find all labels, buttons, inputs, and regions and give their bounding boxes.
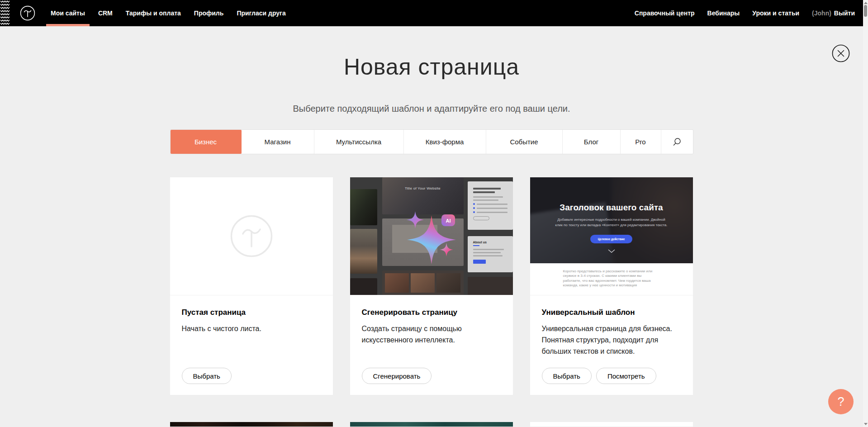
nav-item-pricing[interactable]: Тарифы и оплата bbox=[126, 0, 181, 26]
ai-badge-label: AI bbox=[446, 218, 451, 223]
tilda-logo-icon[interactable] bbox=[20, 5, 35, 21]
card-title: Сгенерировать страницу bbox=[362, 308, 501, 317]
help-question-icon: ? bbox=[837, 395, 844, 409]
tab-store[interactable]: Магазин bbox=[242, 130, 314, 154]
template-cta-button: Целевое действие bbox=[590, 235, 633, 243]
tab-pro[interactable]: Pro bbox=[621, 130, 661, 154]
nav-item-my-sites[interactable]: Мои сайты bbox=[51, 0, 85, 26]
card-info: Универсальный шаблон Универсальная стран… bbox=[530, 295, 693, 395]
new-page-dialog: Новая страница Выберите подходящий шабло… bbox=[0, 26, 863, 427]
nav-item-profile[interactable]: Профиль bbox=[194, 0, 224, 26]
template-hero-subtitle: Добавьте интересные подробности о вашей … bbox=[554, 217, 669, 228]
card-description: Создать страницу с помощью искусственног… bbox=[362, 323, 501, 346]
tilda-watermark-icon bbox=[230, 215, 273, 257]
card-description: Начать с чистого листа. bbox=[182, 323, 321, 335]
tab-search[interactable] bbox=[661, 130, 693, 154]
close-icon[interactable] bbox=[832, 44, 850, 62]
user-name-label: (John) bbox=[812, 9, 831, 17]
tab-business[interactable]: Бизнес bbox=[171, 130, 242, 154]
template-preview-partial bbox=[350, 422, 513, 427]
template-card-ai-generate: Title of Your Website bbox=[350, 177, 513, 395]
template-preview-partial bbox=[530, 422, 693, 427]
template-body-text: Коротко представьтесь и расскажите о ком… bbox=[563, 269, 660, 288]
scrollbar-up-arrow-icon[interactable] bbox=[864, 2, 868, 4]
card-info: Сгенерировать страницу Создать страницу … bbox=[350, 295, 513, 395]
choose-universal-button[interactable]: Выбрать bbox=[542, 368, 592, 384]
template-cards-grid: Пустая страница Начать с чистого листа. … bbox=[170, 177, 693, 427]
template-card-partial[interactable] bbox=[530, 422, 693, 427]
template-card-blank: Пустая страница Начать с чистого листа. … bbox=[170, 177, 333, 395]
card-description: Универсальная страница для бизнеса. Поня… bbox=[542, 323, 681, 357]
card-title: Универсальный шаблон bbox=[542, 308, 681, 317]
vertical-scrollbar[interactable] bbox=[863, 0, 868, 427]
preview-universal-button[interactable]: Посмотреть bbox=[596, 368, 656, 384]
tab-quiz-form[interactable]: Квиз-форма bbox=[404, 130, 486, 154]
card-title: Пустая страница bbox=[182, 308, 321, 317]
page-subtitle: Выберите подходящий шаблон и адаптируйте… bbox=[170, 103, 693, 114]
nav-item-crm[interactable]: CRM bbox=[98, 0, 113, 26]
card-info: Пустая страница Начать с чистого листа. … bbox=[170, 295, 333, 395]
page-title: Новая страница bbox=[170, 51, 693, 83]
navbar-right-menu: Справочный центр Вебинары Уроки и статьи… bbox=[635, 0, 855, 26]
template-body-section: Коротко представьтесь и расскажите о ком… bbox=[530, 263, 693, 295]
scrollbar-thumb[interactable] bbox=[864, 5, 867, 17]
template-card-partial[interactable] bbox=[350, 422, 513, 427]
logout-label: Выйти bbox=[834, 9, 855, 17]
tab-event[interactable]: Событие bbox=[486, 130, 563, 154]
top-navbar: Мои сайты CRM Тарифы и оплата Профиль Пр… bbox=[0, 0, 863, 26]
chevron-down-icon bbox=[608, 249, 615, 253]
nav-item-invite-friend[interactable]: Пригласи друга bbox=[237, 0, 285, 26]
template-category-tabs: Бизнес Магазин Мультиссылка Квиз-форма С… bbox=[170, 129, 693, 154]
tab-blog[interactable]: Блог bbox=[563, 130, 621, 154]
generate-page-button[interactable]: Сгенерировать bbox=[362, 368, 432, 384]
blank-template-preview[interactable] bbox=[170, 177, 333, 295]
ai-template-preview[interactable]: Title of Your Website bbox=[350, 177, 513, 295]
zigzag-pattern-decoration bbox=[0, 0, 10, 26]
nav-item-help-center[interactable]: Справочный центр bbox=[635, 0, 695, 26]
template-preview-partial bbox=[170, 422, 333, 427]
navbar-left-menu: Мои сайты CRM Тарифы и оплата Профиль Пр… bbox=[51, 0, 286, 26]
ai-badge: AI bbox=[441, 214, 455, 226]
nav-item-lessons[interactable]: Уроки и статьи bbox=[752, 0, 799, 26]
template-hero-title: Заголовок вашего сайта bbox=[530, 203, 693, 213]
help-button[interactable]: ? bbox=[828, 389, 854, 414]
scrollbar-down-arrow-icon[interactable] bbox=[864, 423, 868, 425]
nav-item-logout[interactable]: (John) Выйти bbox=[812, 9, 855, 17]
search-icon bbox=[673, 138, 681, 146]
template-card-partial[interactable] bbox=[170, 422, 333, 427]
template-hero-section: Заголовок вашего сайта Добавьте интересн… bbox=[530, 177, 693, 264]
universal-template-preview[interactable]: Заголовок вашего сайта Добавьте интересн… bbox=[530, 177, 693, 295]
tab-multilink[interactable]: Мультиссылка bbox=[314, 130, 404, 154]
nav-item-webinars[interactable]: Вебинары bbox=[707, 0, 740, 26]
ai-sparkle-icon: AI bbox=[350, 177, 513, 295]
template-card-universal: Заголовок вашего сайта Добавьте интересн… bbox=[530, 177, 693, 395]
choose-blank-button[interactable]: Выбрать bbox=[182, 368, 232, 384]
